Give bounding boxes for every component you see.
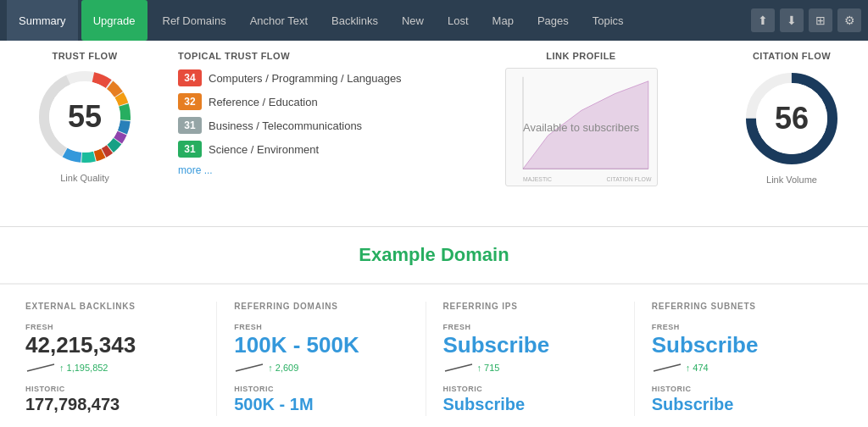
topical-text-1: Reference / Education [209, 96, 318, 108]
nav-lost[interactable]: Lost [436, 0, 481, 41]
historic-label-0: HISTORIC [25, 385, 199, 393]
citation-flow-sub: Link Volume [766, 175, 817, 185]
trend-value-0: ↑ 1,195,852 [59, 363, 108, 373]
link-profile-section: LINK PROFILE MAJESTIC CITATION FLOW Avai… [455, 51, 707, 186]
historic-value-3: Subscribe [652, 395, 826, 414]
topical-badge-2: 31 [178, 117, 202, 134]
trust-flow-donut: 55 [34, 66, 136, 168]
trend-0: ↑ 1,195,852 [25, 361, 199, 374]
nav-map[interactable]: Map [481, 0, 526, 41]
citation-flow-section: CITATION FLOW 56 Link Volume [732, 51, 851, 185]
topical-section: TOPICAL TRUST FLOW 34 Computers / Progra… [178, 51, 430, 176]
stat-title-1: REFERRING DOMAINS [234, 302, 408, 311]
fresh-value-3: Subscribe [652, 333, 826, 358]
stat-referring-ips: REFERRING IPS FRESH Subscribe ↑ 715 HIST… [426, 302, 635, 416]
citation-flow-value: 56 [775, 101, 809, 136]
stat-title-0: EXTERNAL BACKLINKS [25, 302, 199, 311]
fresh-label-1: FRESH [234, 323, 408, 331]
stat-referring-subnets: REFERRING SUBNETS FRESH Subscribe ↑ 474 … [635, 302, 843, 416]
nav-new[interactable]: New [390, 0, 436, 41]
historic-value-0: 177,798,473 [25, 395, 199, 414]
stat-title-2: REFERRING IPS [443, 302, 617, 311]
trend-svg-3 [652, 361, 682, 374]
trend-1: ↑ 2,609 [234, 361, 408, 374]
topical-badge-1: 32 [178, 93, 202, 110]
historic-label-1: HISTORIC [234, 385, 408, 393]
trust-flow-title: TRUST FLOW [52, 51, 117, 61]
citation-flow-title: CITATION FLOW [753, 51, 831, 61]
trust-flow-value: 55 [68, 99, 102, 135]
trend-svg-0 [25, 361, 56, 374]
trend-svg-2 [443, 361, 474, 374]
topical-title: TOPICAL TRUST FLOW [178, 51, 430, 61]
fresh-value-1: 100K - 500K [234, 333, 408, 358]
stat-title-3: REFERRING SUBNETS [652, 302, 826, 311]
topical-text-2: Business / Telecommunications [209, 119, 362, 132]
fresh-value-0: 42,215,343 [25, 333, 199, 358]
historic-value-1: 500K - 1M [234, 395, 408, 414]
grid-icon[interactable]: ⊞ [809, 8, 832, 32]
topical-text-0: Computers / Programming / Languages [209, 72, 402, 85]
svg-text:CITATION FLOW: CITATION FLOW [606, 176, 651, 182]
topical-item-0: 34 Computers / Programming / Languages [178, 69, 430, 86]
link-profile-title: LINK PROFILE [546, 51, 615, 61]
svg-marker-16 [523, 81, 648, 169]
nav-left: Summary Upgrade Ref Domains Anchor Text … [7, 0, 636, 41]
trust-flow-section: TRUST FLOW 55 [17, 51, 153, 183]
historic-label-3: HISTORIC [652, 385, 826, 393]
top-panel: TRUST FLOW 55 [0, 41, 868, 227]
svg-text:MAJESTIC: MAJESTIC [523, 176, 552, 182]
nav-backlinks[interactable]: Backlinks [320, 0, 390, 41]
topical-item-2: 31 Business / Telecommunications [178, 117, 430, 134]
link-profile-svg: MAJESTIC CITATION FLOW [506, 69, 657, 186]
link-profile-chart: MAJESTIC CITATION FLOW Available to subs… [505, 68, 658, 186]
topical-item-3: 31 Science / Environment [178, 141, 430, 158]
fresh-label-3: FRESH [652, 323, 826, 331]
citation-flow-donut: 56 [741, 68, 843, 169]
fresh-value-2: Subscribe [443, 333, 617, 358]
more-link[interactable]: more ... [178, 164, 430, 176]
nav-pages[interactable]: Pages [526, 0, 581, 41]
topical-badge-3: 31 [178, 141, 202, 158]
trend-value-3: ↑ 474 [686, 363, 709, 373]
topical-badge-0: 34 [178, 69, 202, 86]
historic-value-2: Subscribe [443, 395, 617, 414]
stat-external-backlinks: EXTERNAL BACKLINKS FRESH 42,215,343 ↑ 1,… [25, 302, 217, 416]
topical-text-3: Science / Environment [209, 143, 319, 156]
upload-icon[interactable]: ⬆ [751, 8, 775, 32]
trend-value-1: ↑ 2,609 [268, 363, 298, 373]
settings-icon[interactable]: ⚙ [837, 8, 861, 32]
stats-section: EXTERNAL BACKLINKS FRESH 42,215,343 ↑ 1,… [0, 285, 868, 427]
fresh-label-2: FRESH [443, 323, 617, 331]
stat-referring-domains: REFERRING DOMAINS FRESH 100K - 500K ↑ 2,… [217, 302, 426, 416]
trend-svg-1 [234, 361, 264, 374]
domain-name: Example Domain [17, 244, 851, 266]
trend-value-2: ↑ 715 [477, 363, 500, 373]
navbar: Summary Upgrade Ref Domains Anchor Text … [0, 0, 868, 41]
topical-item-1: 32 Reference / Education [178, 93, 430, 110]
historic-label-2: HISTORIC [443, 385, 617, 393]
nav-right: ⬆ ⬇ ⊞ ⚙ [751, 8, 861, 32]
domain-section: Example Domain [0, 227, 868, 284]
nav-upgrade[interactable]: Upgrade [81, 0, 147, 41]
trend-3: ↑ 474 [652, 361, 826, 374]
nav-topics[interactable]: Topics [581, 0, 636, 41]
trend-2: ↑ 715 [443, 361, 617, 374]
trust-flow-sub: Link Quality [60, 173, 108, 183]
nav-ref-domains[interactable]: Ref Domains [151, 0, 238, 41]
fresh-label-0: FRESH [25, 323, 199, 331]
download-icon[interactable]: ⬇ [780, 8, 804, 32]
nav-summary[interactable]: Summary [7, 0, 78, 41]
nav-anchor-text[interactable]: Anchor Text [238, 0, 320, 41]
